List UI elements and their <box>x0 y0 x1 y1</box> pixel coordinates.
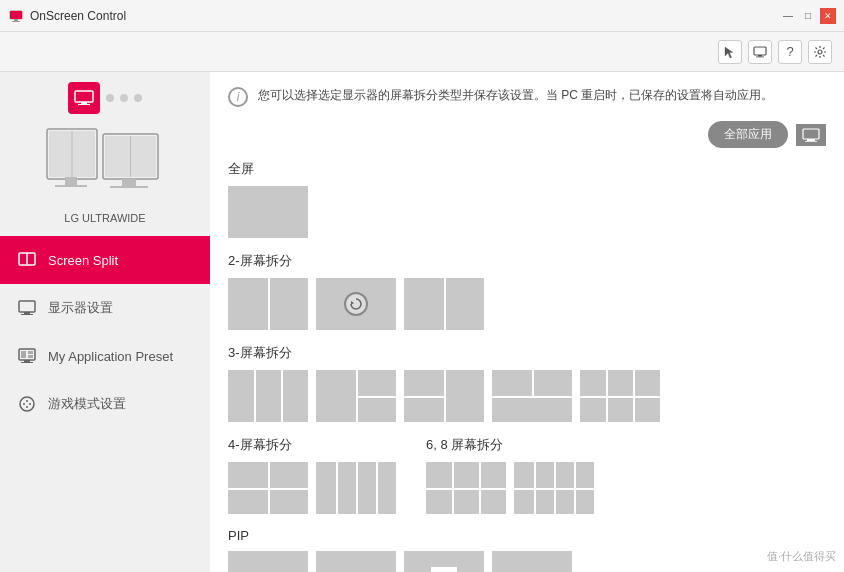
title-bar-text: OnScreen Control <box>30 9 780 23</box>
section-title-pip: PIP <box>228 528 826 543</box>
svg-point-34 <box>26 400 28 402</box>
help-icon[interactable]: ? <box>778 40 802 64</box>
section-title-split3: 3-屏幕拆分 <box>228 344 826 362</box>
svg-rect-7 <box>75 91 93 102</box>
layout-2split-rotate[interactable] <box>316 278 396 330</box>
svg-rect-22 <box>19 301 35 312</box>
layout-3split-c[interactable] <box>404 370 484 422</box>
monitor-tabs <box>68 82 142 114</box>
split3-layouts <box>228 370 826 422</box>
svg-rect-2 <box>12 21 20 22</box>
monitor-preview <box>45 124 165 204</box>
apply-row: 全部应用 <box>228 121 826 148</box>
nav-item-app-preset[interactable]: My Application Preset <box>0 332 210 380</box>
svg-point-32 <box>23 403 25 405</box>
svg-rect-9 <box>78 104 90 105</box>
split2-layouts <box>228 278 826 330</box>
app-preset-icon <box>16 345 38 367</box>
monitor-dot-4[interactable] <box>134 94 142 102</box>
nav-item-game-settings[interactable]: 游戏模式设置 <box>0 380 210 428</box>
svg-rect-38 <box>805 141 817 142</box>
section-title-fullscreen: 全屏 <box>228 160 826 178</box>
info-icon: i <box>228 87 248 107</box>
svg-rect-30 <box>28 355 33 358</box>
window-controls: — □ ✕ <box>780 8 836 24</box>
split4-section: 4-屏幕拆分 <box>228 436 396 528</box>
display-icon[interactable] <box>748 40 772 64</box>
split4-layouts <box>228 462 396 514</box>
svg-rect-8 <box>81 102 87 104</box>
nav-label-game-settings: 游戏模式设置 <box>48 395 126 413</box>
sidebar: LG ULTRAWIDE Screen Split 显示器设置 <box>0 72 210 572</box>
minimize-button[interactable]: — <box>780 8 796 24</box>
layout-pip-d[interactable] <box>492 551 572 572</box>
svg-point-6 <box>818 50 822 54</box>
svg-rect-28 <box>21 351 26 358</box>
svg-rect-3 <box>754 47 766 55</box>
info-text: 您可以选择选定显示器的屏幕拆分类型并保存该设置。当 PC 重启时，已保存的设置将… <box>258 86 826 104</box>
split68-layouts <box>426 462 594 514</box>
settings-icon[interactable] <box>808 40 832 64</box>
section-title-split2: 2-屏幕拆分 <box>228 252 826 270</box>
layout-pip-a[interactable] <box>228 551 308 572</box>
svg-rect-1 <box>14 19 18 21</box>
monitor-dot-3[interactable] <box>120 94 128 102</box>
layout-8split[interactable] <box>514 462 594 514</box>
cursor-icon[interactable] <box>718 40 742 64</box>
nav-label-display-settings: 显示器设置 <box>48 299 113 317</box>
display-settings-icon <box>16 297 38 319</box>
section-title-split4: 4-屏幕拆分 <box>228 436 396 454</box>
svg-point-35 <box>26 406 28 408</box>
content-area: i 您可以选择选定显示器的屏幕拆分类型并保存该设置。当 PC 重启时，已保存的设… <box>210 72 844 572</box>
title-bar: OnScreen Control — □ ✕ <box>0 0 844 32</box>
layout-full[interactable] <box>228 186 308 238</box>
layout-3split-d[interactable] <box>492 370 572 422</box>
main-container: LG ULTRAWIDE Screen Split 显示器设置 <box>0 72 844 572</box>
layout-3split-e[interactable] <box>580 370 660 422</box>
split4-68-container: 4-屏幕拆分 6, 8 屏幕拆分 <box>228 436 826 528</box>
layout-4split-a[interactable] <box>228 462 308 514</box>
svg-rect-0 <box>10 11 22 19</box>
layout-pip-c[interactable] <box>404 551 484 572</box>
svg-rect-29 <box>28 351 33 354</box>
svg-rect-13 <box>65 177 77 185</box>
svg-rect-14 <box>55 185 87 187</box>
close-button[interactable]: ✕ <box>820 8 836 24</box>
svg-rect-37 <box>807 139 815 141</box>
apply-all-button[interactable]: 全部应用 <box>708 121 788 148</box>
nav-item-display-settings[interactable]: 显示器设置 <box>0 284 210 332</box>
toolbar: ? <box>0 32 844 72</box>
fullscreen-layouts <box>228 186 826 238</box>
layout-2split-vertical[interactable] <box>228 278 308 330</box>
svg-point-33 <box>29 403 31 405</box>
monitor-select-button[interactable] <box>796 124 826 146</box>
app-icon <box>8 8 24 24</box>
layout-3split-a[interactable] <box>228 370 308 422</box>
layout-2split-horizontal[interactable] <box>404 278 484 330</box>
info-bar: i 您可以选择选定显示器的屏幕拆分类型并保存该设置。当 PC 重启时，已保存的设… <box>228 86 826 107</box>
svg-point-31 <box>20 397 34 411</box>
game-settings-icon <box>16 393 38 415</box>
nav-label-app-preset: My Application Preset <box>48 349 173 364</box>
svg-marker-39 <box>351 301 354 305</box>
svg-rect-19 <box>110 186 148 188</box>
watermark: 值·什么值得买 <box>767 549 836 564</box>
monitor-dot-2[interactable] <box>106 94 114 102</box>
layout-6split[interactable] <box>426 462 506 514</box>
nav-item-screen-split[interactable]: Screen Split <box>0 236 210 284</box>
svg-rect-5 <box>756 56 764 57</box>
svg-rect-23 <box>24 312 30 314</box>
svg-rect-4 <box>758 55 762 57</box>
svg-rect-27 <box>21 362 33 363</box>
svg-rect-18 <box>122 179 136 186</box>
layout-3split-b[interactable] <box>316 370 396 422</box>
split68-section: 6, 8 屏幕拆分 <box>426 436 594 528</box>
svg-rect-36 <box>803 129 819 139</box>
maximize-button[interactable]: □ <box>800 8 816 24</box>
monitor-label: LG ULTRAWIDE <box>64 212 145 224</box>
layout-4split-b[interactable] <box>316 462 396 514</box>
layout-pip-b[interactable] <box>316 551 396 572</box>
screen-split-icon <box>16 249 38 271</box>
monitor-tab-1[interactable] <box>68 82 100 114</box>
rotate-icon <box>344 292 368 316</box>
